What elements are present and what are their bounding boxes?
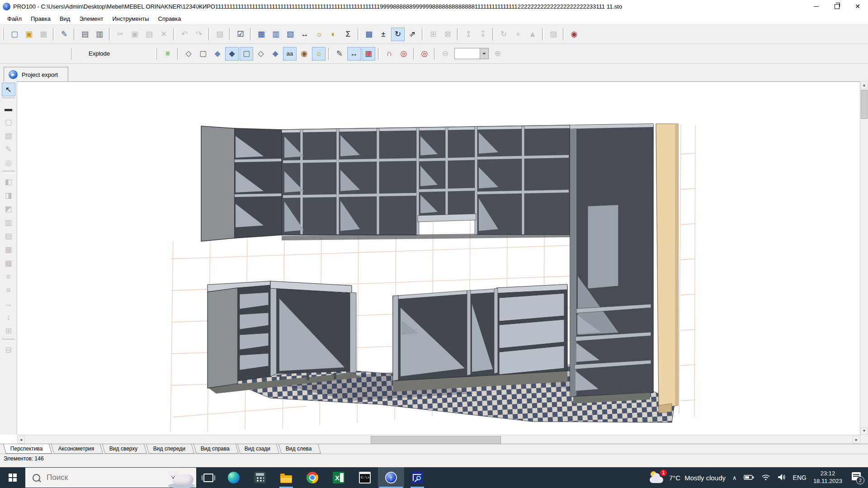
show-grid-button[interactable]: ▦ — [362, 47, 375, 61]
snap-center-icon: ◎ — [401, 50, 407, 57]
snap-magnet-icon: ∩ — [387, 50, 392, 57]
zoom-level-combobox[interactable] — [454, 48, 489, 59]
report-button[interactable]: ▦ — [255, 28, 268, 41]
design-viewport[interactable] — [17, 81, 860, 435]
menu-file[interactable]: Файл — [3, 14, 26, 24]
tray-overflow-button[interactable]: ∧ — [732, 474, 737, 481]
language-indicator[interactable]: ENG — [793, 474, 807, 481]
explode-button[interactable]: Explode — [75, 47, 123, 61]
new-board-button[interactable]: ▬ — [2, 102, 15, 115]
start-button[interactable] — [0, 467, 25, 488]
app-icon-arrow: ↑ — [5, 4, 8, 9]
view-contours-button[interactable]: ▢ — [240, 47, 253, 61]
tall-cabinet[interactable] — [570, 124, 653, 404]
base-cabinet-run[interactable] — [393, 284, 567, 392]
menu-tools[interactable]: Инструменты — [108, 14, 153, 24]
combo-dropdown-icon[interactable] — [480, 48, 488, 59]
scroll-up-button[interactable]: ▲ — [860, 81, 868, 89]
wifi-icon[interactable] — [761, 474, 770, 482]
scroll-right-button[interactable]: ► — [853, 436, 860, 444]
taskbar-chrome[interactable] — [299, 467, 326, 488]
close-button[interactable]: ✕ — [847, 0, 868, 13]
notification-center-button[interactable]: 2 — [851, 472, 863, 483]
view-textured-button[interactable]: ◆ — [225, 47, 239, 61]
lighting-button[interactable]: ☼ — [312, 47, 326, 61]
view-tab-left-view[interactable]: Вид слева — [278, 444, 321, 454]
taskbar-cad-app[interactable] — [404, 467, 430, 488]
rotate-view-button[interactable]: ↻ — [391, 28, 405, 41]
vertical-scroll-thumb[interactable] — [861, 90, 868, 119]
edit-mode-button[interactable]: ✎ — [333, 47, 346, 61]
report-preview-button[interactable]: ▥ — [269, 28, 283, 41]
scroll-left-button[interactable]: ◄ — [17, 436, 25, 444]
clock[interactable]: 23:12 18.11.2023 — [813, 470, 842, 485]
snap-center-button[interactable]: ◎ — [397, 47, 410, 61]
menu-edit[interactable]: Правка — [26, 14, 55, 24]
materials-report-button[interactable]: ☼ — [312, 28, 326, 41]
project-export-button[interactable]: ▶ Project export — [4, 67, 68, 82]
taskbar-edge[interactable] — [221, 467, 247, 488]
taskbar-excel[interactable]: X — [326, 467, 352, 488]
dimensions-report-button[interactable]: ↔ — [298, 28, 311, 41]
view-tab-top-view[interactable]: Вид сверху — [102, 444, 147, 454]
print-preview-button[interactable]: ▥ — [93, 28, 106, 41]
wall-end-panel[interactable] — [656, 124, 678, 413]
view-tab-front-view[interactable]: Вид спереди — [146, 444, 194, 454]
weather-widget[interactable]: 1 7°C Mostly cloudy — [650, 472, 726, 483]
taskbar-calculator[interactable] — [247, 467, 273, 488]
view-tab-axonometry[interactable]: Аксонометрия — [51, 444, 103, 454]
minimize-button[interactable] — [806, 0, 826, 13]
scroll-down-button[interactable]: ▼ — [860, 427, 868, 435]
center-view-button[interactable]: ◉ — [567, 28, 581, 41]
volume-icon[interactable] — [777, 474, 786, 482]
view-tab-back-view[interactable]: Вид сзади — [237, 444, 279, 454]
taskbar-file-explorer[interactable] — [273, 467, 299, 488]
taskbar-pro100[interactable]: ↑ — [378, 467, 404, 488]
project-properties-icon: ✎ — [61, 30, 67, 38]
pointer-tool-button[interactable]: ↖ — [2, 83, 15, 96]
view-hidden-lines-button[interactable]: ▢ — [196, 47, 210, 61]
new-file-button[interactable]: ▢ — [8, 28, 21, 41]
menu-view[interactable]: Вид — [55, 14, 75, 24]
battery-icon[interactable] — [744, 474, 755, 482]
open-file-button[interactable]: ▣ — [22, 28, 36, 41]
taskbar-search[interactable] — [25, 468, 196, 488]
horizontal-scroll-thumb[interactable] — [371, 436, 501, 444]
shift-level-button[interactable]: ± — [377, 28, 390, 41]
show-dimensions-button[interactable]: ↔ — [347, 47, 361, 61]
view-wireframe-icon: ◇ — [185, 50, 191, 57]
minimize-icon — [814, 6, 819, 7]
view-wireframe-button[interactable]: ◇ — [182, 47, 195, 61]
distribute-horizontal-icon: ≡ — [6, 273, 11, 281]
draw-element-button[interactable]: ⇗ — [406, 28, 419, 41]
horizontal-scrollbar[interactable]: ◄ ► — [17, 435, 860, 444]
upper-wall-cabinets[interactable] — [201, 125, 570, 241]
summary-button[interactable]: Σ — [341, 28, 355, 41]
task-view-button[interactable] — [196, 467, 221, 488]
render-quality-button[interactable]: ◉ — [297, 47, 311, 61]
menu-help[interactable]: Справка — [154, 14, 186, 24]
project-properties-button[interactable]: ✎ — [57, 28, 71, 41]
snap-magnet-button[interactable]: ∩ — [382, 47, 396, 61]
restore-button[interactable] — [826, 0, 847, 13]
time-report-button[interactable]: ◐ — [327, 28, 340, 41]
vertical-scrollbar[interactable]: ▲ ▼ — [860, 81, 868, 435]
menu-element[interactable]: Элемент — [75, 14, 108, 24]
view-skeleton-button[interactable]: ◇ — [254, 47, 268, 61]
toolbar-separator — [2, 171, 15, 174]
antialiasing-button[interactable]: aa — [283, 47, 297, 61]
status-bar: Элементов: 146 — [0, 454, 868, 467]
cutting-list-button[interactable]: ▧ — [283, 28, 297, 41]
toolbar-separator — [434, 48, 436, 60]
view-shaded-button[interactable]: ◆ — [269, 47, 282, 61]
view-solid-button[interactable]: ◆ — [211, 47, 224, 61]
view-tab-right-view[interactable]: Вид справа — [193, 444, 239, 454]
align-levels-button[interactable]: ≡ — [161, 47, 175, 61]
center-selection-button[interactable]: ◎ — [418, 47, 431, 61]
print-button[interactable]: ▤ — [78, 28, 92, 41]
view-tab-perspective[interactable]: Перспектива — [3, 444, 52, 454]
taskbar-cmd[interactable]: C:\> — [352, 467, 378, 488]
select-elements-button[interactable]: ▩ — [362, 28, 376, 41]
price-list-button[interactable]: ☑ — [234, 28, 247, 41]
time: 23:12 — [813, 470, 842, 478]
